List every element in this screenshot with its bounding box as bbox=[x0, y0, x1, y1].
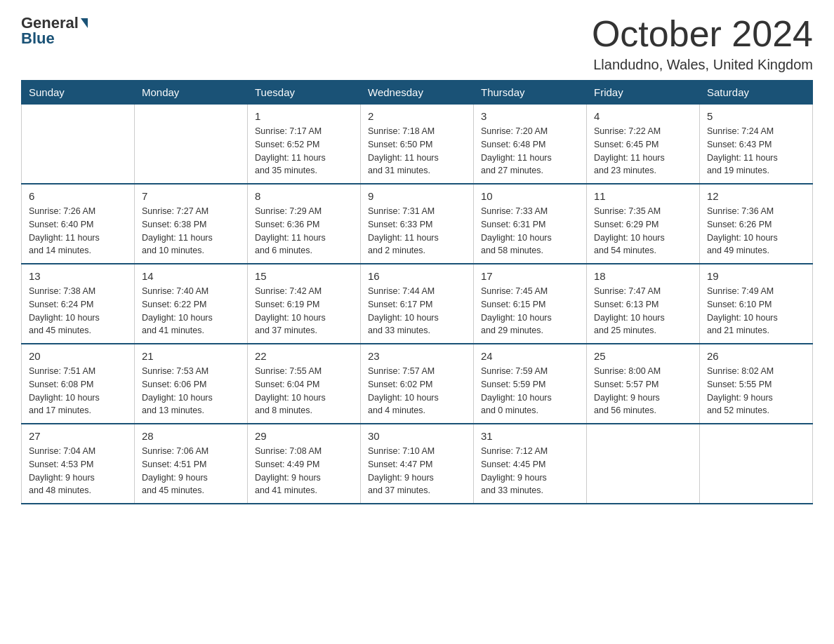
day-number: 19 bbox=[707, 270, 805, 282]
day-info: Sunrise: 7:51 AMSunset: 6:08 PMDaylight:… bbox=[29, 365, 127, 417]
page-header: General Blue October 2024 Llandudno, Wal… bbox=[21, 14, 813, 73]
day-number: 6 bbox=[29, 190, 127, 202]
day-number: 22 bbox=[255, 350, 353, 362]
calendar-cell: 11Sunrise: 7:35 AMSunset: 6:29 PMDayligh… bbox=[587, 184, 700, 264]
calendar-cell: 30Sunrise: 7:10 AMSunset: 4:47 PMDayligh… bbox=[361, 424, 474, 504]
day-number: 10 bbox=[481, 190, 579, 202]
day-number: 3 bbox=[481, 110, 579, 122]
calendar-week-row: 20Sunrise: 7:51 AMSunset: 6:08 PMDayligh… bbox=[22, 344, 813, 424]
calendar-cell: 21Sunrise: 7:53 AMSunset: 6:06 PMDayligh… bbox=[135, 344, 248, 424]
calendar-table: SundayMondayTuesdayWednesdayThursdayFrid… bbox=[21, 80, 813, 504]
day-number: 25 bbox=[594, 350, 692, 362]
day-number: 26 bbox=[707, 350, 805, 362]
calendar-cell: 5Sunrise: 7:24 AMSunset: 6:43 PMDaylight… bbox=[700, 105, 813, 185]
calendar-cell: 13Sunrise: 7:38 AMSunset: 6:24 PMDayligh… bbox=[22, 264, 135, 344]
day-of-week-header: Tuesday bbox=[248, 81, 361, 105]
day-number: 17 bbox=[481, 270, 579, 282]
day-number: 8 bbox=[255, 190, 353, 202]
calendar-cell: 31Sunrise: 7:12 AMSunset: 4:45 PMDayligh… bbox=[474, 424, 587, 504]
day-info: Sunrise: 7:40 AMSunset: 6:22 PMDaylight:… bbox=[142, 285, 240, 337]
day-number: 14 bbox=[142, 270, 240, 282]
day-info: Sunrise: 7:35 AMSunset: 6:29 PMDaylight:… bbox=[594, 205, 692, 257]
day-info: Sunrise: 7:10 AMSunset: 4:47 PMDaylight:… bbox=[368, 445, 466, 497]
day-info: Sunrise: 7:29 AMSunset: 6:36 PMDaylight:… bbox=[255, 205, 353, 257]
day-info: Sunrise: 7:08 AMSunset: 4:49 PMDaylight:… bbox=[255, 445, 353, 497]
day-number: 16 bbox=[368, 270, 466, 282]
day-number: 12 bbox=[707, 190, 805, 202]
day-number: 23 bbox=[368, 350, 466, 362]
day-info: Sunrise: 7:33 AMSunset: 6:31 PMDaylight:… bbox=[481, 205, 579, 257]
day-info: Sunrise: 7:59 AMSunset: 5:59 PMDaylight:… bbox=[481, 365, 579, 417]
calendar-week-row: 13Sunrise: 7:38 AMSunset: 6:24 PMDayligh… bbox=[22, 264, 813, 344]
day-info: Sunrise: 7:55 AMSunset: 6:04 PMDaylight:… bbox=[255, 365, 353, 417]
day-info: Sunrise: 7:20 AMSunset: 6:48 PMDaylight:… bbox=[481, 125, 579, 177]
calendar-cell: 29Sunrise: 7:08 AMSunset: 4:49 PMDayligh… bbox=[248, 424, 361, 504]
day-info: Sunrise: 7:44 AMSunset: 6:17 PMDaylight:… bbox=[368, 285, 466, 337]
calendar-cell: 25Sunrise: 8:00 AMSunset: 5:57 PMDayligh… bbox=[587, 344, 700, 424]
day-info: Sunrise: 7:57 AMSunset: 6:02 PMDaylight:… bbox=[368, 365, 466, 417]
day-info: Sunrise: 7:17 AMSunset: 6:52 PMDaylight:… bbox=[255, 125, 353, 177]
day-info: Sunrise: 7:42 AMSunset: 6:19 PMDaylight:… bbox=[255, 285, 353, 337]
title-section: October 2024 Llandudno, Wales, United Ki… bbox=[592, 14, 813, 73]
calendar-week-row: 27Sunrise: 7:04 AMSunset: 4:53 PMDayligh… bbox=[22, 424, 813, 504]
day-info: Sunrise: 7:26 AMSunset: 6:40 PMDaylight:… bbox=[29, 205, 127, 257]
day-number: 28 bbox=[142, 430, 240, 442]
logo-blue-text: Blue bbox=[21, 29, 55, 48]
day-info: Sunrise: 7:38 AMSunset: 6:24 PMDaylight:… bbox=[29, 285, 127, 337]
day-number: 15 bbox=[255, 270, 353, 282]
day-number: 2 bbox=[368, 110, 466, 122]
day-info: Sunrise: 7:45 AMSunset: 6:15 PMDaylight:… bbox=[481, 285, 579, 337]
calendar-cell: 4Sunrise: 7:22 AMSunset: 6:45 PMDaylight… bbox=[587, 105, 700, 185]
calendar-cell bbox=[700, 424, 813, 504]
calendar-cell bbox=[22, 105, 135, 185]
day-number: 31 bbox=[481, 430, 579, 442]
calendar-cell: 6Sunrise: 7:26 AMSunset: 6:40 PMDaylight… bbox=[22, 184, 135, 264]
calendar-cell: 17Sunrise: 7:45 AMSunset: 6:15 PMDayligh… bbox=[474, 264, 587, 344]
calendar-cell: 16Sunrise: 7:44 AMSunset: 6:17 PMDayligh… bbox=[361, 264, 474, 344]
calendar-cell: 14Sunrise: 7:40 AMSunset: 6:22 PMDayligh… bbox=[135, 264, 248, 344]
day-info: Sunrise: 7:31 AMSunset: 6:33 PMDaylight:… bbox=[368, 205, 466, 257]
day-number: 5 bbox=[707, 110, 805, 122]
calendar-cell: 1Sunrise: 7:17 AMSunset: 6:52 PMDaylight… bbox=[248, 105, 361, 185]
calendar-week-row: 6Sunrise: 7:26 AMSunset: 6:40 PMDaylight… bbox=[22, 184, 813, 264]
logo: General Blue bbox=[21, 14, 88, 48]
calendar-cell: 7Sunrise: 7:27 AMSunset: 6:38 PMDaylight… bbox=[135, 184, 248, 264]
calendar-cell: 9Sunrise: 7:31 AMSunset: 6:33 PMDaylight… bbox=[361, 184, 474, 264]
calendar-cell bbox=[587, 424, 700, 504]
day-info: Sunrise: 7:36 AMSunset: 6:26 PMDaylight:… bbox=[707, 205, 805, 257]
calendar-cell: 24Sunrise: 7:59 AMSunset: 5:59 PMDayligh… bbox=[474, 344, 587, 424]
day-number: 18 bbox=[594, 270, 692, 282]
calendar-cell: 2Sunrise: 7:18 AMSunset: 6:50 PMDaylight… bbox=[361, 105, 474, 185]
location: Llandudno, Wales, United Kingdom bbox=[592, 57, 813, 73]
day-info: Sunrise: 7:12 AMSunset: 4:45 PMDaylight:… bbox=[481, 445, 579, 497]
day-number: 7 bbox=[142, 190, 240, 202]
calendar-cell: 10Sunrise: 7:33 AMSunset: 6:31 PMDayligh… bbox=[474, 184, 587, 264]
calendar-cell bbox=[135, 105, 248, 185]
day-info: Sunrise: 7:47 AMSunset: 6:13 PMDaylight:… bbox=[594, 285, 692, 337]
calendar-cell: 18Sunrise: 7:47 AMSunset: 6:13 PMDayligh… bbox=[587, 264, 700, 344]
day-number: 20 bbox=[29, 350, 127, 362]
day-info: Sunrise: 7:18 AMSunset: 6:50 PMDaylight:… bbox=[368, 125, 466, 177]
day-info: Sunrise: 7:06 AMSunset: 4:51 PMDaylight:… bbox=[142, 445, 240, 497]
day-of-week-header: Monday bbox=[135, 81, 248, 105]
calendar-header: SundayMondayTuesdayWednesdayThursdayFrid… bbox=[22, 81, 813, 105]
calendar-cell: 26Sunrise: 8:02 AMSunset: 5:55 PMDayligh… bbox=[700, 344, 813, 424]
day-number: 21 bbox=[142, 350, 240, 362]
day-info: Sunrise: 7:04 AMSunset: 4:53 PMDaylight:… bbox=[29, 445, 127, 497]
day-info: Sunrise: 8:02 AMSunset: 5:55 PMDaylight:… bbox=[707, 365, 805, 417]
day-info: Sunrise: 7:22 AMSunset: 6:45 PMDaylight:… bbox=[594, 125, 692, 177]
month-title: October 2024 bbox=[592, 14, 813, 54]
calendar-cell: 19Sunrise: 7:49 AMSunset: 6:10 PMDayligh… bbox=[700, 264, 813, 344]
day-of-week-header: Sunday bbox=[22, 81, 135, 105]
day-of-week-header: Friday bbox=[587, 81, 700, 105]
calendar-cell: 22Sunrise: 7:55 AMSunset: 6:04 PMDayligh… bbox=[248, 344, 361, 424]
day-of-week-header: Thursday bbox=[474, 81, 587, 105]
calendar-week-row: 1Sunrise: 7:17 AMSunset: 6:52 PMDaylight… bbox=[22, 105, 813, 185]
calendar-cell: 15Sunrise: 7:42 AMSunset: 6:19 PMDayligh… bbox=[248, 264, 361, 344]
day-info: Sunrise: 7:24 AMSunset: 6:43 PMDaylight:… bbox=[707, 125, 805, 177]
calendar-cell: 12Sunrise: 7:36 AMSunset: 6:26 PMDayligh… bbox=[700, 184, 813, 264]
calendar-cell: 8Sunrise: 7:29 AMSunset: 6:36 PMDaylight… bbox=[248, 184, 361, 264]
day-number: 11 bbox=[594, 190, 692, 202]
day-info: Sunrise: 7:53 AMSunset: 6:06 PMDaylight:… bbox=[142, 365, 240, 417]
days-of-week-row: SundayMondayTuesdayWednesdayThursdayFrid… bbox=[22, 81, 813, 105]
